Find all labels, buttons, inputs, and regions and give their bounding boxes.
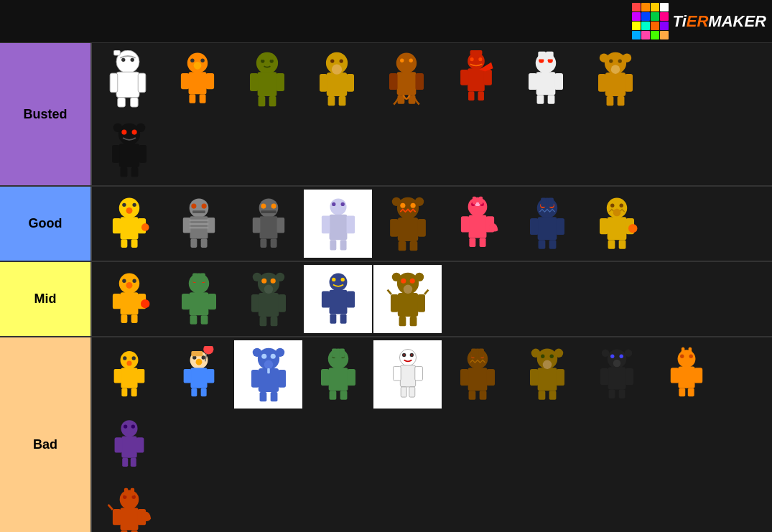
- svg-rect-47: [460, 69, 468, 85]
- svg-rect-66: [598, 73, 606, 91]
- tier-label-text-mid: Mid: [34, 291, 57, 307]
- svg-rect-110: [276, 218, 284, 233]
- svg-rect-80: [131, 167, 138, 177]
- svg-point-164: [628, 224, 637, 233]
- svg-rect-149: [538, 240, 545, 248]
- svg-point-45: [468, 52, 485, 70]
- svg-point-290: [542, 360, 551, 368]
- svg-rect-208: [399, 317, 406, 326]
- svg-rect-329: [130, 487, 134, 495]
- svg-point-244: [261, 353, 266, 358]
- svg-rect-178: [208, 294, 216, 309]
- char-funtime-foxy: [443, 190, 511, 258]
- char-shadow-freddy: [582, 340, 651, 409]
- svg-rect-219: [113, 369, 121, 383]
- svg-rect-138: [469, 238, 475, 246]
- svg-point-210: [401, 278, 406, 283]
- tier-label-text-bad: Bad: [33, 437, 57, 452]
- char-fredbear: [302, 45, 371, 113]
- svg-point-260: [399, 349, 416, 365]
- svg-line-216: [424, 289, 428, 294]
- svg-rect-21: [276, 73, 284, 91]
- char-balloon-boy: [164, 340, 233, 409]
- svg-rect-8: [113, 50, 120, 55]
- svg-rect-311: [688, 347, 691, 353]
- char-glamrock-chica: [163, 45, 231, 113]
- char-purple-guy: [95, 410, 163, 478]
- char-white-freddy: [93, 45, 162, 113]
- svg-point-113: [261, 203, 266, 208]
- svg-rect-207: [417, 294, 425, 312]
- svg-rect-150: [549, 240, 556, 248]
- tier-row-mid: Mid: [0, 262, 772, 337]
- svg-point-192: [270, 278, 275, 283]
- svg-rect-231: [200, 388, 206, 396]
- svg-rect-12: [180, 73, 189, 89]
- svg-point-171: [122, 279, 126, 282]
- svg-rect-206: [391, 294, 399, 312]
- svg-rect-103: [192, 210, 205, 213]
- svg-point-116: [330, 198, 346, 215]
- svg-point-134: [468, 197, 487, 216]
- svg-rect-183: [192, 273, 197, 281]
- svg-rect-241: [278, 369, 286, 387]
- svg-rect-127: [417, 218, 426, 236]
- char-glamrock-freddy: [234, 340, 302, 409]
- svg-rect-242: [259, 392, 266, 401]
- svg-point-298: [619, 354, 623, 358]
- svg-rect-58: [536, 95, 544, 103]
- char-molten-freddy: [372, 45, 440, 113]
- svg-rect-22: [258, 96, 265, 106]
- char-nightmare-freddy: [373, 190, 442, 258]
- char-withered-foxy: [95, 481, 163, 532]
- svg-rect-26: [261, 53, 266, 60]
- svg-rect-263: [414, 366, 422, 381]
- svg-rect-176: [189, 292, 208, 315]
- svg-point-17: [200, 58, 204, 62]
- svg-point-93: [126, 207, 132, 213]
- svg-rect-20: [250, 73, 259, 91]
- svg-point-10: [193, 62, 201, 70]
- char-shadow-black: [95, 116, 163, 184]
- svg-rect-160: [618, 240, 625, 248]
- svg-rect-89: [121, 239, 127, 248]
- svg-rect-33: [338, 96, 345, 106]
- tier-label-text-good: Good: [29, 216, 62, 231]
- svg-rect-29: [326, 73, 346, 96]
- svg-point-70: [609, 59, 613, 62]
- svg-rect-315: [136, 437, 144, 452]
- svg-point-191: [261, 278, 266, 283]
- svg-rect-117: [329, 214, 347, 240]
- svg-rect-53: [470, 50, 482, 55]
- svg-point-44: [409, 58, 412, 62]
- svg-point-203: [340, 277, 344, 281]
- svg-rect-106: [189, 227, 208, 228]
- svg-point-82: [131, 129, 136, 134]
- svg-rect-23: [269, 96, 276, 106]
- char-toy-chica: [95, 190, 163, 258]
- svg-rect-321: [120, 508, 138, 530]
- svg-rect-188: [278, 294, 286, 312]
- svg-point-16: [190, 58, 194, 62]
- svg-rect-109: [252, 218, 260, 233]
- svg-point-163: [613, 208, 620, 216]
- svg-point-286: [541, 354, 544, 358]
- svg-rect-144: [478, 196, 482, 204]
- svg-rect-273: [486, 369, 495, 386]
- char-chica-classic: [95, 265, 163, 333]
- svg-rect-307: [687, 388, 694, 396]
- char-toy-bonnie-green: [164, 265, 233, 333]
- svg-point-91: [122, 202, 126, 206]
- svg-rect-259: [339, 348, 344, 357]
- svg-point-233: [201, 355, 205, 359]
- svg-rect-294: [625, 368, 633, 385]
- svg-rect-120: [330, 240, 336, 250]
- svg-rect-186: [258, 293, 278, 317]
- svg-point-52: [478, 57, 482, 61]
- tier-content-busted: [92, 43, 772, 185]
- svg-point-248: [264, 360, 272, 368]
- svg-rect-254: [329, 391, 336, 399]
- tier-label-text-busted: Busted: [23, 107, 67, 122]
- svg-rect-14: [189, 94, 195, 103]
- svg-point-300: [624, 349, 632, 357]
